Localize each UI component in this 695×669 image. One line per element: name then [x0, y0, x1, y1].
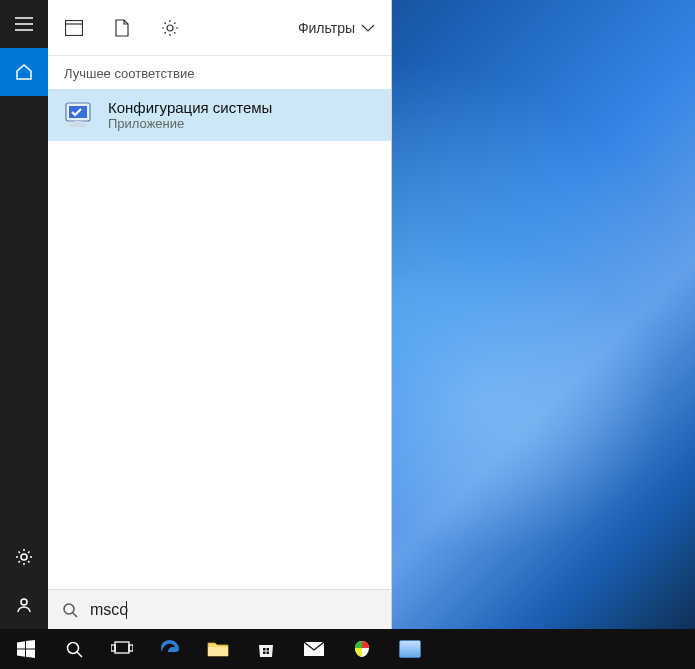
- svg-point-4: [167, 25, 173, 31]
- taskbar-search-button[interactable]: [50, 629, 98, 669]
- svg-point-0: [21, 554, 27, 560]
- results-empty-area: [48, 141, 391, 589]
- taskbar-file-explorer-button[interactable]: [194, 629, 242, 669]
- result-subtitle: Приложение: [108, 116, 272, 131]
- folder-icon: [207, 640, 229, 658]
- result-title: Конфигурация системы: [108, 99, 272, 116]
- svg-rect-18: [267, 648, 270, 651]
- user-icon: [15, 596, 33, 614]
- filters-label: Фильтры: [298, 20, 355, 36]
- svg-line-10: [73, 613, 77, 617]
- apps-icon: [65, 20, 83, 36]
- svg-point-11: [68, 643, 79, 654]
- scope-documents-button[interactable]: [112, 18, 132, 38]
- gear-icon: [161, 19, 179, 37]
- taskbar-mail-button[interactable]: [290, 629, 338, 669]
- app-icon: [352, 639, 372, 659]
- start-search-panel: Фильтры Лучшее соответствие Конфигурация…: [0, 0, 392, 629]
- msconfig-icon: [64, 99, 96, 131]
- search-input-value: msco: [90, 601, 128, 619]
- taskbar-store-button[interactable]: [242, 629, 290, 669]
- search-results-column: Фильтры Лучшее соответствие Конфигурация…: [48, 0, 392, 629]
- app-icon: [399, 640, 421, 658]
- taskbar: [0, 629, 695, 669]
- svg-line-12: [77, 652, 82, 657]
- store-icon: [256, 639, 276, 659]
- svg-rect-20: [267, 652, 270, 655]
- edge-icon: [159, 638, 181, 660]
- svg-rect-14: [111, 645, 115, 651]
- chevron-down-icon: [361, 24, 375, 32]
- scope-settings-button[interactable]: [160, 18, 180, 38]
- windows-icon: [17, 640, 35, 658]
- taskbar-app-2[interactable]: [386, 629, 434, 669]
- home-icon: [15, 63, 33, 81]
- svg-rect-13: [115, 642, 129, 653]
- svg-rect-7: [74, 121, 82, 124]
- search-icon: [65, 640, 83, 658]
- rail-home-button[interactable]: [0, 48, 48, 96]
- task-view-button[interactable]: [98, 629, 146, 669]
- text-caret: [126, 601, 127, 619]
- svg-point-1: [21, 599, 27, 605]
- gear-icon: [15, 548, 33, 566]
- svg-rect-2: [66, 20, 83, 35]
- svg-rect-19: [263, 652, 266, 655]
- search-result-item[interactable]: Конфигурация системы Приложение: [48, 89, 391, 141]
- svg-rect-16: [208, 647, 228, 656]
- hamburger-menu-button[interactable]: [0, 0, 48, 48]
- rail-user-button[interactable]: [0, 581, 48, 629]
- taskbar-edge-button[interactable]: [146, 629, 194, 669]
- task-view-icon: [111, 641, 133, 657]
- result-text: Конфигурация системы Приложение: [108, 99, 272, 131]
- start-button[interactable]: [2, 629, 50, 669]
- svg-rect-8: [70, 124, 86, 127]
- search-box[interactable]: msco: [48, 589, 391, 629]
- search-scope-toolbar: Фильтры: [48, 0, 391, 56]
- document-icon: [115, 19, 129, 37]
- taskbar-app-1[interactable]: [338, 629, 386, 669]
- scope-apps-button[interactable]: [64, 18, 84, 38]
- filters-dropdown[interactable]: Фильтры: [298, 20, 375, 36]
- mail-icon: [303, 641, 325, 657]
- menu-icon: [15, 17, 33, 31]
- svg-rect-17: [263, 648, 266, 651]
- rail-settings-button[interactable]: [0, 533, 48, 581]
- svg-rect-15: [129, 645, 133, 651]
- search-icon: [62, 602, 78, 618]
- best-match-header: Лучшее соответствие: [48, 56, 391, 89]
- search-input[interactable]: msco: [90, 601, 127, 619]
- svg-point-9: [64, 604, 74, 614]
- start-rail: [0, 0, 48, 629]
